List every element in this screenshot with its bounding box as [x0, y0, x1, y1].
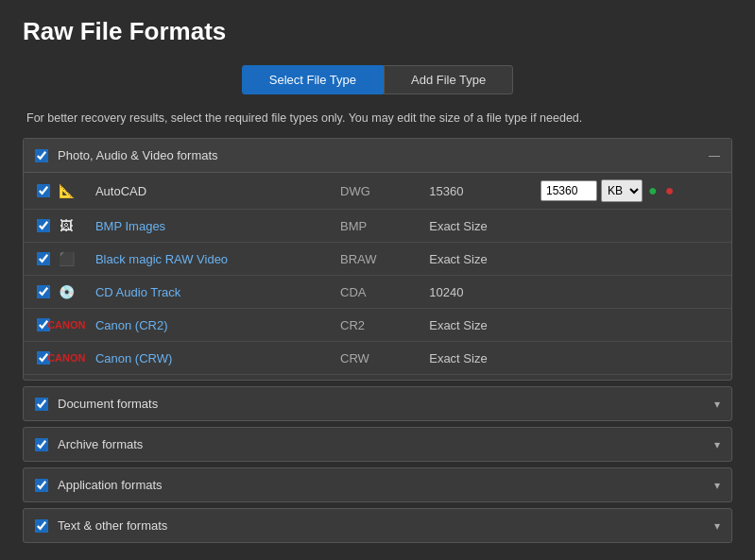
collapsed-sections: Document formats ▾ Archive formats ▾ App… — [23, 386, 732, 543]
toolbar: Select File Type Add File Type — [23, 65, 732, 94]
cancel-button-autocad[interactable]: ● — [663, 182, 677, 199]
file-name-cr3: Canon CR3 Image File — [86, 375, 331, 382]
file-name-bmp: BMP Images — [86, 210, 331, 243]
file-ext-cr2: CR2 — [331, 309, 420, 342]
content-area: Photo, Audio & Video formats — 📐 AutoCAD… — [23, 138, 732, 543]
row-checkbox[interactable] — [37, 252, 50, 265]
file-ext-autocad: DWG — [331, 173, 420, 210]
file-size-braw: Exact Size — [420, 243, 531, 276]
table-row: 🖼 Canon CR3 Image File CR3 Exact Size — [24, 375, 731, 382]
file-icon-crw: CANON — [57, 348, 76, 367]
section-check-archive[interactable] — [35, 438, 48, 451]
section-checkbox-document[interactable] — [35, 398, 48, 411]
section-check-input-photo[interactable] — [35, 149, 48, 162]
section-archive[interactable]: Archive formats ▾ — [23, 427, 732, 462]
section-check-document[interactable] — [35, 398, 48, 411]
chevron-application: ▾ — [714, 479, 720, 492]
file-icon-autocad: 📐 — [57, 181, 76, 200]
section-photo-audio-video: Photo, Audio & Video formats — 📐 AutoCAD… — [23, 138, 732, 381]
section-checkbox-archive[interactable] — [35, 438, 48, 451]
section-text-other[interactable]: Text & other formats ▾ — [23, 508, 732, 543]
section-label-application: Application formats — [58, 478, 705, 492]
file-name-cr2: Canon (CR2) — [86, 309, 331, 342]
section-label-archive: Archive formats — [58, 437, 705, 451]
file-ext-bmp: BMP — [331, 210, 420, 243]
section-check-text-other[interactable] — [35, 519, 48, 533]
file-ext-cr3: CR3 — [331, 375, 420, 382]
chevron-text-other: ▾ — [714, 519, 720, 533]
table-row: 🖼 BMP Images BMP Exact Size — [24, 210, 731, 243]
file-icon-bmp: 🖼 — [57, 216, 76, 235]
file-table-container: 📐 AutoCAD DWG 15360 KB MB G — [24, 173, 731, 381]
section-header-photo[interactable]: Photo, Audio & Video formats — — [24, 139, 731, 173]
table-row: ⬛ Black magic RAW Video BRAW Exact Size — [24, 243, 731, 276]
add-file-type-button[interactable]: Add File Type — [384, 65, 513, 94]
file-ext-cda: CDA — [331, 276, 420, 309]
file-size-autocad: 15360 — [420, 173, 531, 210]
file-size-cr3: Exact Size — [420, 375, 531, 382]
section-checkbox-application[interactable] — [35, 479, 48, 492]
confirm-button-autocad[interactable]: ● — [646, 182, 660, 199]
table-row: 📐 AutoCAD DWG 15360 KB MB G — [24, 173, 731, 210]
file-size-cr2: Exact Size — [420, 309, 531, 342]
row-checkbox[interactable] — [37, 285, 50, 298]
file-name-crw: Canon (CRW) — [86, 342, 331, 375]
collapse-icon-photo[interactable]: — — [709, 149, 720, 162]
file-name-braw: Black magic RAW Video — [86, 243, 331, 276]
page-title: Raw File Formats — [23, 17, 732, 46]
chevron-archive: ▾ — [714, 438, 720, 451]
section-application[interactable]: Application formats ▾ — [23, 467, 732, 502]
hint-text: For better recovery results, select the … — [23, 111, 732, 125]
row-checkbox[interactable] — [37, 219, 50, 232]
section-document[interactable]: Document formats ▾ — [23, 386, 732, 421]
file-size-bmp: Exact Size — [420, 210, 531, 243]
table-row: CANON Canon (CRW) CRW Exact Size — [24, 342, 731, 375]
section-check-application[interactable] — [35, 479, 48, 492]
table-row: CANON Canon (CR2) CR2 Exact Size — [24, 309, 731, 342]
section-checkbox-text-other[interactable] — [35, 519, 48, 533]
section-label-text-other: Text & other formats — [58, 518, 705, 533]
row-checkbox[interactable] — [37, 184, 50, 197]
file-icon-cr2: CANON — [57, 315, 76, 334]
edit-row-autocad: KB MB GB ● ● — [541, 179, 722, 202]
section-label-document: Document formats — [58, 397, 705, 411]
file-table: 📐 AutoCAD DWG 15360 KB MB G — [24, 173, 731, 381]
file-ext-braw: BRAW — [331, 243, 420, 276]
file-size-crw: Exact Size — [420, 342, 531, 375]
section-checkbox-photo[interactable] — [35, 149, 48, 162]
select-file-type-button[interactable]: Select File Type — [242, 65, 384, 94]
file-size-cda: 10240 — [420, 276, 531, 309]
unit-select-autocad[interactable]: KB MB GB — [601, 179, 643, 202]
file-ext-crw: CRW — [331, 342, 420, 375]
file-icon-braw: ⬛ — [57, 249, 76, 268]
chevron-document: ▾ — [714, 398, 720, 411]
file-name-autocad: AutoCAD — [86, 173, 331, 210]
file-name-cda: CD Audio Track — [86, 276, 331, 309]
section-label-photo: Photo, Audio & Video formats — [58, 148, 699, 162]
file-icon-cda: 💿 — [57, 282, 76, 301]
size-input-autocad[interactable] — [541, 180, 597, 201]
table-row: 💿 CD Audio Track CDA 10240 ✏ — [24, 276, 731, 309]
